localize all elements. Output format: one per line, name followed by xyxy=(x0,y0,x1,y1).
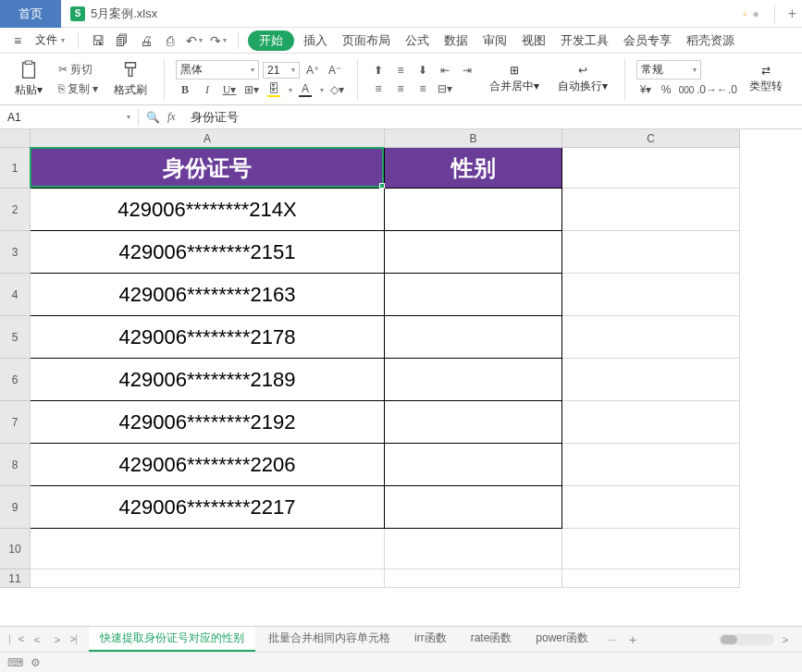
sheet-tab[interactable]: power函数 xyxy=(524,627,599,652)
table-cell[interactable]: 429006********2189 xyxy=(31,359,385,401)
file-tab[interactable]: S 5月案例.xlsx xyxy=(61,0,167,28)
home-tab[interactable]: 首页 xyxy=(0,0,61,28)
table-cell[interactable]: 429006********2163 xyxy=(31,274,385,316)
table-cell[interactable] xyxy=(562,486,740,529)
percent-button[interactable]: % xyxy=(657,81,675,98)
print-preview-icon[interactable]: ⎙ xyxy=(160,31,180,51)
hamburger-icon[interactable]: ≡ xyxy=(7,31,28,51)
table-cell[interactable] xyxy=(562,316,740,359)
italic-button[interactable]: I xyxy=(198,81,216,98)
row-header[interactable]: 10 xyxy=(0,529,31,569)
font-size-select[interactable]: 21▾ xyxy=(263,62,300,79)
table-cell[interactable] xyxy=(385,231,562,274)
format-painter-button[interactable]: 格式刷 xyxy=(108,58,153,100)
menu-data[interactable]: 数据 xyxy=(438,32,474,49)
table-cell[interactable] xyxy=(385,444,562,486)
col-header-a[interactable]: A xyxy=(31,129,385,148)
increase-font-button[interactable]: A⁺ xyxy=(303,62,322,79)
wrap-button[interactable]: ↩ 自动换行▾ xyxy=(552,62,613,96)
row-header[interactable]: 1 xyxy=(0,148,31,189)
fx-label[interactable]: fx xyxy=(167,110,176,124)
sheet-add-button[interactable]: + xyxy=(623,632,642,647)
table-cell[interactable] xyxy=(385,569,562,588)
align-top-button[interactable]: ⬆ xyxy=(369,62,388,79)
table-cell[interactable] xyxy=(385,316,562,359)
menu-page-layout[interactable]: 页面布局 xyxy=(337,32,396,49)
row-header[interactable]: 11 xyxy=(0,569,31,588)
table-cell[interactable] xyxy=(562,274,740,316)
cell-a1[interactable]: 身份证号 xyxy=(31,148,385,189)
paste-button[interactable]: 粘贴▾ xyxy=(9,58,48,100)
decrease-indent-button[interactable]: ⇤ xyxy=(436,62,454,79)
thousands-button[interactable]: 000 xyxy=(677,81,696,98)
table-cell[interactable] xyxy=(385,189,562,231)
cell-c1[interactable] xyxy=(562,148,740,189)
row-header[interactable]: 7 xyxy=(0,401,31,444)
table-cell[interactable]: 429006********2151 xyxy=(31,231,385,274)
save-icon[interactable]: 🖫 xyxy=(88,31,108,51)
table-cell[interactable] xyxy=(31,569,385,588)
fill-color-button[interactable]: 🗄 xyxy=(265,81,283,98)
increase-indent-button[interactable]: ⇥ xyxy=(458,62,476,79)
menu-insert[interactable]: 插入 xyxy=(298,32,333,49)
select-all-corner[interactable] xyxy=(0,129,31,148)
bold-button[interactable]: B xyxy=(176,81,194,98)
table-cell[interactable] xyxy=(562,444,740,486)
table-cell[interactable] xyxy=(562,569,740,588)
formula-input[interactable]: 身份证号 xyxy=(183,107,802,128)
table-cell[interactable] xyxy=(562,401,740,444)
align-bottom-button[interactable]: ⬇ xyxy=(413,62,432,79)
decrease-decimal-button[interactable]: ←.0 xyxy=(718,81,736,98)
new-tab-button[interactable]: + xyxy=(783,6,802,22)
menu-resources[interactable]: 稻壳资源 xyxy=(681,32,740,49)
horizontal-scrollbar[interactable] xyxy=(719,634,774,645)
align-middle-button[interactable]: ≡ xyxy=(391,62,410,79)
copy-button[interactable]: ⎘复制▾ xyxy=(56,80,101,98)
currency-button[interactable]: ¥▾ xyxy=(636,81,655,98)
row-header[interactable]: 9 xyxy=(0,486,31,529)
sheet-nav-prev[interactable]: < xyxy=(28,630,46,649)
menu-review[interactable]: 审阅 xyxy=(477,32,512,49)
row-header[interactable]: 2 xyxy=(0,189,31,231)
cell-b1[interactable]: 性别 xyxy=(385,148,562,189)
sheet-nav-first[interactable]: ⎸< xyxy=(7,630,26,649)
font-color-button[interactable]: A xyxy=(296,81,315,98)
scroll-thumb[interactable] xyxy=(721,635,737,644)
number-format-select[interactable]: 常规▾ xyxy=(636,60,701,79)
table-cell[interactable]: 429006********2217 xyxy=(31,486,385,529)
table-cell[interactable] xyxy=(562,359,740,401)
table-cell[interactable] xyxy=(562,189,740,231)
status-icon[interactable]: ⌨ xyxy=(7,656,23,669)
table-cell[interactable] xyxy=(385,486,562,529)
file-menu[interactable]: 文件▾ xyxy=(31,32,68,48)
table-cell[interactable] xyxy=(385,359,562,401)
print-icon[interactable]: 🖨 xyxy=(136,31,156,51)
merge-button[interactable]: ⊞ 合并居中▾ xyxy=(484,62,545,96)
align-right-button[interactable]: ≡ xyxy=(413,80,432,97)
table-cell[interactable]: 429006********2206 xyxy=(31,444,385,486)
menu-formula[interactable]: 公式 xyxy=(400,32,435,49)
redo-icon[interactable]: ↷▾ xyxy=(208,31,228,51)
border-button[interactable]: ⊞▾ xyxy=(242,81,261,98)
start-menu[interactable]: 开始 xyxy=(248,31,294,51)
menu-member[interactable]: 会员专享 xyxy=(618,32,677,49)
clear-format-button[interactable]: ◇▾ xyxy=(327,81,346,98)
align-center-button[interactable]: ≡ xyxy=(391,80,410,97)
sheet-tab[interactable]: 批量合并相同内容单元格 xyxy=(257,627,401,652)
sheet-nav-next[interactable]: > xyxy=(48,630,67,649)
row-header[interactable]: 4 xyxy=(0,274,31,316)
distribute-button[interactable]: ⊟▾ xyxy=(436,80,454,97)
sheet-nav-last[interactable]: >⎸ xyxy=(68,630,87,649)
sheet-tab[interactable]: rate函数 xyxy=(460,627,524,652)
sheet-tab[interactable]: irr函数 xyxy=(403,627,458,652)
table-cell[interactable] xyxy=(385,401,562,444)
cell-area[interactable]: 身份证号 性别 429006********214X 429006*******… xyxy=(31,148,740,588)
save-as-icon[interactable]: 🗐 xyxy=(112,31,132,51)
table-cell[interactable] xyxy=(562,231,740,274)
gear-icon[interactable]: ⚙ xyxy=(31,656,41,669)
col-header-c[interactable]: C xyxy=(562,129,740,148)
table-cell[interactable]: 429006********2178 xyxy=(31,316,385,359)
undo-icon[interactable]: ↶▾ xyxy=(184,31,204,51)
row-header[interactable]: 3 xyxy=(0,231,31,274)
table-cell[interactable] xyxy=(385,529,562,569)
